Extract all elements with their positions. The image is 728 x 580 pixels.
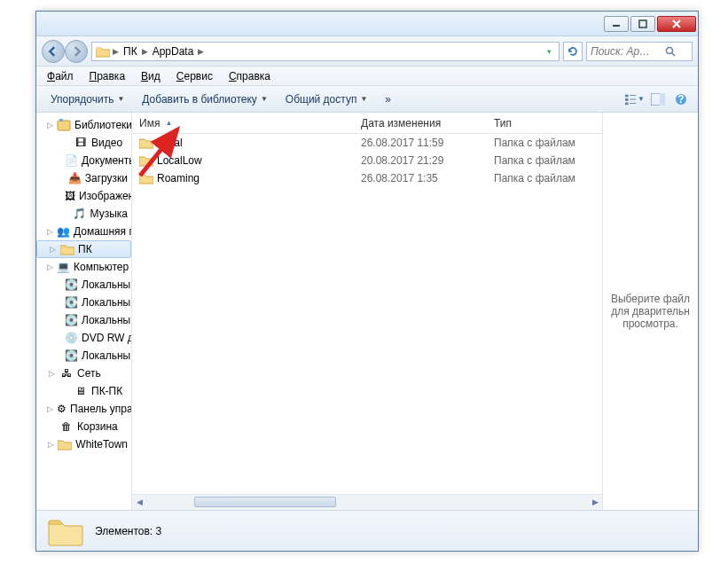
- tree-disk-d[interactable]: 💽Локальный диск (D: [36, 294, 131, 311]
- svg-rect-17: [58, 121, 70, 130]
- menu-view[interactable]: Вид: [134, 68, 168, 84]
- tree-recycle[interactable]: 🗑Корзина: [36, 418, 131, 435]
- scroll-right-icon[interactable]: ▶: [588, 495, 602, 509]
- help-button[interactable]: ?: [671, 90, 691, 109]
- tree-label: WhiteTown: [75, 438, 128, 451]
- tree-whitetown[interactable]: ▷WhiteTown: [36, 435, 131, 453]
- forward-button[interactable]: [65, 40, 88, 63]
- svg-rect-9: [625, 102, 629, 105]
- menu-file[interactable]: Файл: [40, 68, 81, 84]
- address-dropdown-icon[interactable]: ▾: [544, 47, 555, 56]
- file-type: Папка с файлам: [487, 172, 602, 184]
- col-date[interactable]: Дата изменения: [354, 117, 487, 129]
- svg-text:?: ?: [677, 93, 684, 106]
- tree-video[interactable]: 🎞Видео: [36, 134, 131, 152]
- file-row[interactable]: Roaming 26.08.2017 1:35 Папка с файлам: [132, 169, 602, 187]
- tree-dvd[interactable]: 💿DVD RW дисковод (: [36, 329, 131, 347]
- tree-disk-y[interactable]: 💽Локальный диск (Y: [36, 347, 131, 364]
- tree-computer[interactable]: ▷💻Компьютер: [36, 258, 131, 276]
- tree-music[interactable]: 🎵Музыка: [36, 205, 131, 223]
- tree-label: Локальный диск (E: [82, 314, 132, 326]
- toolbar-overflow[interactable]: »: [378, 90, 398, 108]
- tree-control-panel[interactable]: ▷⚙Панель управления: [36, 400, 131, 418]
- tree-homegroup[interactable]: ▷👥Домашняя группа: [36, 223, 131, 240]
- file-row[interactable]: Local 26.08.2017 11:59 Папка с файлам: [132, 134, 602, 152]
- tree-label: DVD RW дисковод (: [82, 332, 132, 344]
- tree-label: Домашняя группа: [74, 225, 132, 238]
- search-input[interactable]: [591, 45, 661, 58]
- tree-disk-c[interactable]: 💽Локальный диск (C: [36, 276, 131, 294]
- svg-rect-1: [639, 20, 646, 27]
- file-name: Local: [157, 137, 183, 149]
- svg-rect-8: [625, 98, 629, 101]
- view-mode-button[interactable]: ▼: [625, 90, 645, 109]
- tree-label: Изображения: [79, 190, 132, 202]
- tree-network[interactable]: ▷🖧Сеть: [36, 364, 131, 382]
- tree-label: Корзина: [77, 420, 118, 433]
- column-headers: Имя▲ Дата изменения Тип: [132, 113, 602, 134]
- file-rows: Local 26.08.2017 11:59 Папка с файлам Lo…: [132, 134, 602, 494]
- svg-rect-18: [59, 119, 63, 121]
- search-box[interactable]: [586, 42, 693, 61]
- tree-pictures[interactable]: 🖼Изображения: [36, 187, 131, 205]
- back-button[interactable]: [42, 40, 65, 63]
- organize-button[interactable]: Упорядочить▼: [43, 90, 131, 108]
- chevron-right-icon[interactable]: ▶: [112, 47, 120, 56]
- file-name: LocalLow: [157, 154, 202, 167]
- scroll-thumb[interactable]: [194, 497, 336, 507]
- dvd-icon: 💿: [65, 332, 78, 344]
- drive-icon: 💽: [65, 314, 78, 326]
- drive-icon: 💽: [65, 349, 78, 362]
- horizontal-scrollbar[interactable]: ◀ ▶: [132, 494, 602, 510]
- tree-downloads[interactable]: 📥Загрузки: [36, 169, 131, 187]
- add-library-button[interactable]: Добавить в библиотеку▼: [135, 90, 274, 108]
- file-list: Имя▲ Дата изменения Тип Local 26.08.2017…: [132, 113, 602, 510]
- minimize-button[interactable]: [604, 16, 629, 32]
- menu-tools[interactable]: Сервис: [169, 68, 220, 84]
- tree-label: Загрузки: [85, 172, 128, 184]
- folder-icon: [139, 172, 153, 184]
- chevron-right-icon[interactable]: ▶: [141, 47, 149, 56]
- folder-icon: [139, 154, 153, 167]
- preview-pane: Выберите файл для дварительн просмотра.: [602, 113, 698, 510]
- folder-icon: [58, 438, 72, 451]
- file-date: 26.08.2017 1:35: [354, 172, 487, 184]
- tree-label: Панель управления: [70, 403, 132, 415]
- menu-help[interactable]: Справка: [222, 68, 278, 84]
- svg-rect-4: [96, 47, 101, 49]
- homegroup-icon: 👥: [57, 225, 70, 238]
- maximize-button[interactable]: [630, 16, 655, 32]
- file-row[interactable]: LocalLow 20.08.2017 21:29 Папка с файлам: [132, 152, 602, 169]
- address-bar[interactable]: ▶ ПК ▶ AppData ▶ ▾: [91, 42, 560, 61]
- tree-label: Локальный диск (D: [82, 296, 132, 309]
- status-count: Элементов: 3: [95, 525, 161, 537]
- breadcrumb-seg-2[interactable]: AppData: [151, 45, 196, 58]
- scroll-left-icon[interactable]: ◀: [132, 495, 146, 509]
- preview-text: Выберите файл для дварительн просмотра.: [610, 293, 691, 330]
- menu-edit[interactable]: Правка: [82, 68, 133, 84]
- drive-icon: 💽: [65, 278, 78, 291]
- refresh-button[interactable]: [563, 42, 583, 61]
- nav-tree[interactable]: ▷Библиотеки 🎞Видео 📄Документы 📥Загрузки …: [36, 113, 132, 510]
- tree-disk-e[interactable]: 💽Локальный диск (E: [36, 311, 131, 329]
- svg-rect-7: [625, 94, 629, 97]
- preview-pane-button[interactable]: [648, 90, 668, 109]
- tree-label: ПК-ПК: [91, 385, 122, 397]
- tree-pkpk[interactable]: 🖥ПК-ПК: [36, 382, 131, 400]
- share-button[interactable]: Общий доступ▼: [278, 90, 375, 108]
- breadcrumb-seg-1[interactable]: ПК: [121, 45, 139, 58]
- file-date: 26.08.2017 11:59: [354, 137, 487, 149]
- main-pane: Имя▲ Дата изменения Тип Local 26.08.2017…: [132, 113, 698, 510]
- tree-label: ПК: [78, 243, 92, 255]
- col-type[interactable]: Тип: [487, 117, 602, 129]
- tree-pk[interactable]: ▷ПК: [36, 240, 131, 258]
- chevron-right-icon[interactable]: ▶: [197, 47, 205, 56]
- tree-label: Библиотеки: [74, 119, 132, 131]
- control-panel-icon: ⚙: [57, 403, 67, 415]
- close-button[interactable]: [657, 16, 696, 32]
- tree-documents[interactable]: 📄Документы: [36, 152, 131, 169]
- video-icon: 🎞: [74, 137, 88, 149]
- document-icon: 📄: [65, 154, 78, 167]
- tree-libraries[interactable]: ▷Библиотеки: [36, 116, 131, 134]
- col-name[interactable]: Имя▲: [132, 117, 354, 129]
